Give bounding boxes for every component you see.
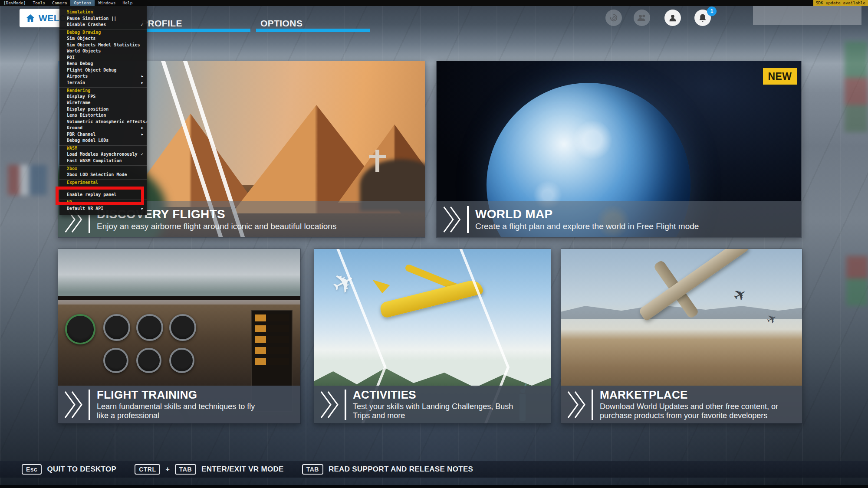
menu-item-world-objects[interactable]: World Objects [59,48,147,55]
menu-item-xbox-lod-selection-mode[interactable]: Xbox LOD Selection Mode [59,172,147,178]
menu-item-ground[interactable]: Ground▶ [59,125,147,131]
hangar-flag-blur-right [845,41,868,132]
profile-button[interactable] [664,10,681,26]
card-flight-training[interactable]: FLIGHT TRAINING Learn fundamental skills… [58,249,301,424]
menu-item-default-vr-api[interactable]: Default VR API▶ [59,206,147,212]
sdk-update-badge[interactable]: SDK update available [813,0,868,6]
menu-item-pbr-channel[interactable]: PBR Channel▶ [59,131,147,138]
menu-section-xbox: Xbox [59,165,147,172]
menu-label: Ground [67,125,141,131]
menubar-item-camera[interactable]: Camera [49,0,70,6]
menu-label: Default VR API [67,206,141,212]
menu-label: Airports [67,73,141,80]
menu-item-fast-wasm-compilation[interactable]: Fast WASM Compilation [59,158,147,164]
card-title: FLIGHT TRAINING [97,389,255,401]
card-world-map[interactable]: NEW WORLD MAP Create a flight plan and e… [436,61,802,238]
esc-keycap: Esc [22,464,42,475]
menu-label: Debug model LODs [67,138,143,144]
menu-item-disable-crashes[interactable]: Disable Crashes✓ [59,22,147,28]
card-description: Download World Updates and other free co… [600,402,786,419]
menu-label: Disable Crashes [67,22,141,28]
bush-plane-tail [372,276,391,295]
card-activities[interactable]: ✈ ACTIVITIES Test your skills with Landi… [314,249,551,424]
tab-profile[interactable]: PROFILE [141,18,182,29]
menubar-item-options[interactable]: Options [70,0,95,6]
card-description: Test your skills with Landing Challenges… [353,402,529,419]
menu-section-rendering: Rendering [59,87,147,94]
menubar-item-help[interactable]: Help [119,0,136,6]
menu-section-experimental: Experimental [59,179,147,186]
caption-divider [467,206,469,233]
menu-label: Xbox [67,166,143,172]
menu-item-display-position[interactable]: Display position [59,106,147,113]
radio-display [255,336,289,343]
radio-display [255,347,289,354]
menubar-item-windows[interactable]: Windows [95,0,119,6]
bell-icon [698,13,707,23]
menu-item-load-modules-asynchronously[interactable]: Load Modules Asynchronously✓ [59,151,147,158]
menubar-item-tools[interactable]: Tools [29,0,49,6]
double-chevron-icon [567,390,586,420]
menu-label: Debug Drawing [67,29,143,36]
menu-label: WASM [67,145,143,152]
person-icon [668,13,677,22]
radio-display [255,325,289,332]
menu-label: Sim Objects [67,36,143,42]
menu-item-sim-objects[interactable]: Sim Objects [59,36,147,42]
cockpit-gauge [169,314,196,341]
hint-label: READ SUPPORT AND RELEASE NOTES [329,465,473,474]
submenu-arrow-icon: ▶ [141,125,143,131]
menu-label: Lens Distortion [67,112,143,119]
menu-item-wireframe[interactable]: Wireframe [59,100,147,106]
cockpit-gauge [136,348,161,373]
menu-item-flight-object-debug[interactable]: Flight Object Debug [59,67,147,74]
menu-label: World Objects [67,48,143,55]
logbook-button[interactable] [605,10,622,26]
tab-keycap: TAB [175,464,196,475]
menu-label: POI [67,55,143,61]
menu-item-airports[interactable]: Airports▶ [59,73,147,80]
menu-item-lens-distortion[interactable]: Lens Distortion [59,112,147,119]
cockpit-gauge [65,314,95,344]
cockpit-windshield [58,249,300,300]
cockpit-gauge [136,314,163,341]
menu-item-pause-simulation[interactable]: Pause Simulation || [59,16,147,22]
menubar-item-devmode[interactable]: [DevMode] [0,0,29,6]
menu-label: PBR Channel [67,131,141,138]
caption-divider [89,390,90,420]
menu-label: Sim Objects Model Statistics [67,42,143,49]
menu-item-volumetric-atmospheric-effects[interactable]: Volumetric atmospheric effects✓ [59,119,147,125]
menu-item-reno-debug[interactable]: Reno Debug [59,61,147,67]
menu-item-display-fps[interactable]: Display FPS [59,94,147,100]
distant-plane-silhouette: ✈ [730,285,750,305]
menu-label: Volumetric atmospheric effects [67,119,145,125]
devmode-menubar: [DevMode]ToolsCameraOptionsWindowsHelp [0,0,868,6]
menu-label: Display FPS [67,94,143,100]
check-icon: ✓ [141,22,143,28]
menu-item-debug-model-lods[interactable]: Debug model LODs [59,138,147,144]
tab-options-underline [256,29,370,32]
multiplayer-button[interactable] [634,10,650,26]
devmode-menu-items: [DevMode]ToolsCameraOptionsWindowsHelp [0,0,136,6]
tab-profile-underline [145,29,250,32]
menu-label: Rendering [67,88,143,94]
menu-label: Flight Object Debug [67,67,143,74]
menu-item-terrain[interactable]: Terrain▶ [59,80,147,86]
card-description: Enjoy an easy airborne flight around ico… [97,222,336,231]
radio-display [255,314,289,321]
concentric-arcs-icon [609,13,618,23]
double-chevron-icon [64,390,83,420]
menu-item-poi[interactable]: POI [59,55,147,61]
hint-label: ENTER/EXIT VR MODE [201,465,284,474]
menu-label: Xbox LOD Selection Mode [67,172,143,178]
gamertag-box[interactable] [753,6,861,25]
menu-item-sim-objects-model-statistics[interactable]: Sim Objects Model Statistics [59,42,147,49]
card-marketplace[interactable]: ✈ ✈ MARKETPLACE Download World Updates a… [561,249,802,424]
hangar-shelf-blur [8,165,47,195]
radio-display [255,358,289,365]
options-dropdown-menu: SimulationPause Simulation ||Disable Cra… [59,6,147,215]
new-badge: NEW [763,68,797,85]
card-title: ACTIVITIES [353,389,529,401]
tab-options[interactable]: OPTIONS [260,18,302,29]
menu-label: Wireframe [67,100,143,106]
